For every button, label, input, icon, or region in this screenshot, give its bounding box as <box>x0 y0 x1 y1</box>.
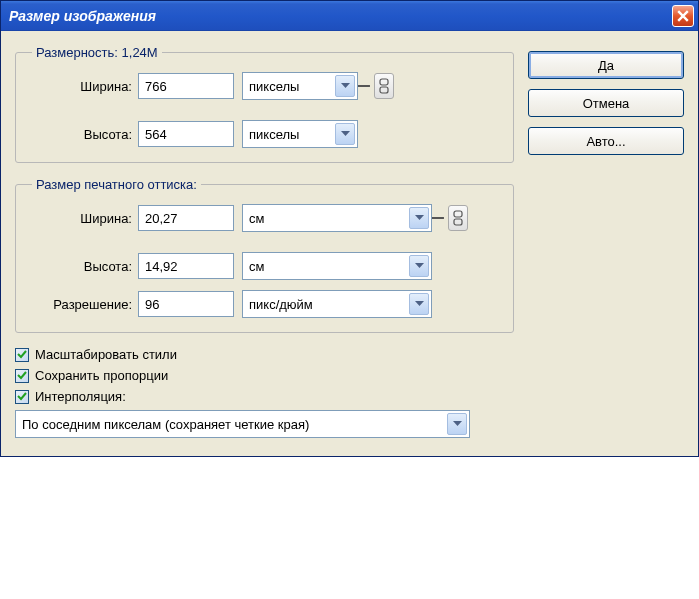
chevron-down-icon <box>447 413 467 435</box>
window-title: Размер изображения <box>9 8 156 24</box>
check-icon <box>17 371 27 380</box>
pixel-dimensions-group: Размерность: 1,24M Ширина: пикселы <box>15 45 514 163</box>
left-column: Размерность: 1,24M Ширина: пикселы <box>15 45 514 438</box>
interpolation-selected-text: По соседним пикселам (сохраняет четкие к… <box>22 417 309 432</box>
pixel-dimensions-legend: Размерность: 1,24M <box>32 45 162 60</box>
checkbox-group: Масштабировать стили Сохранить пропорции… <box>15 347 514 438</box>
chevron-down-icon <box>409 207 429 229</box>
pixel-height-input[interactable] <box>138 121 234 147</box>
unit-text: см <box>249 211 264 226</box>
pixel-width-unit-select[interactable]: пикселы <box>242 72 358 100</box>
check-icon <box>17 350 27 359</box>
height-label: Высота: <box>26 127 138 142</box>
unit-text: пикселы <box>249 127 299 142</box>
resolution-unit-select[interactable]: пикс/дюйм <box>242 290 432 318</box>
constrain-link-icon[interactable] <box>374 73 394 99</box>
close-button[interactable] <box>672 5 694 27</box>
unit-text: пикс/дюйм <box>249 297 313 312</box>
image-size-dialog: Размер изображения Размерность: 1,24M Ши… <box>0 0 699 457</box>
ok-button[interactable]: Да <box>528 51 684 79</box>
print-size-legend: Размер печатного оттиска: <box>32 177 201 192</box>
constrain-proportions-checkbox[interactable] <box>15 369 29 383</box>
doc-width-label: Ширина: <box>26 211 138 226</box>
pixel-height-unit-select[interactable]: пикселы <box>242 120 358 148</box>
chain-icon <box>379 78 389 94</box>
constrain-link-icon[interactable] <box>448 205 468 231</box>
doc-height-unit-select[interactable]: см <box>242 252 432 280</box>
scale-styles-label: Масштабировать стили <box>35 347 177 362</box>
chevron-down-icon <box>335 123 355 145</box>
resolution-label: Разрешение: <box>26 297 138 312</box>
pixel-width-input[interactable] <box>138 73 234 99</box>
doc-height-label: Высота: <box>26 259 138 274</box>
dialog-content: Размерность: 1,24M Ширина: пикселы <box>1 31 698 456</box>
resolution-input[interactable] <box>138 291 234 317</box>
cancel-button[interactable]: Отмена <box>528 89 684 117</box>
print-size-group: Размер печатного оттиска: Ширина: см <box>15 177 514 333</box>
auto-button[interactable]: Авто... <box>528 127 684 155</box>
link-bracket <box>358 85 370 87</box>
chevron-down-icon <box>409 293 429 315</box>
width-label: Ширина: <box>26 79 138 94</box>
button-column: Да Отмена Авто... <box>528 45 684 438</box>
unit-text: см <box>249 259 264 274</box>
doc-width-unit-select[interactable]: см <box>242 204 432 232</box>
constrain-proportions-label: Сохранить пропорции <box>35 368 168 383</box>
doc-height-input[interactable] <box>138 253 234 279</box>
chevron-down-icon <box>409 255 429 277</box>
interpolation-label: Интерполяция: <box>35 389 126 404</box>
close-icon <box>677 10 689 22</box>
chain-icon <box>453 210 463 226</box>
check-icon <box>17 392 27 401</box>
scale-styles-checkbox[interactable] <box>15 348 29 362</box>
chevron-down-icon <box>335 75 355 97</box>
link-bracket <box>432 217 444 219</box>
interpolation-checkbox[interactable] <box>15 390 29 404</box>
doc-width-input[interactable] <box>138 205 234 231</box>
interpolation-select[interactable]: По соседним пикселам (сохраняет четкие к… <box>15 410 470 438</box>
titlebar: Размер изображения <box>1 1 698 31</box>
unit-text: пикселы <box>249 79 299 94</box>
